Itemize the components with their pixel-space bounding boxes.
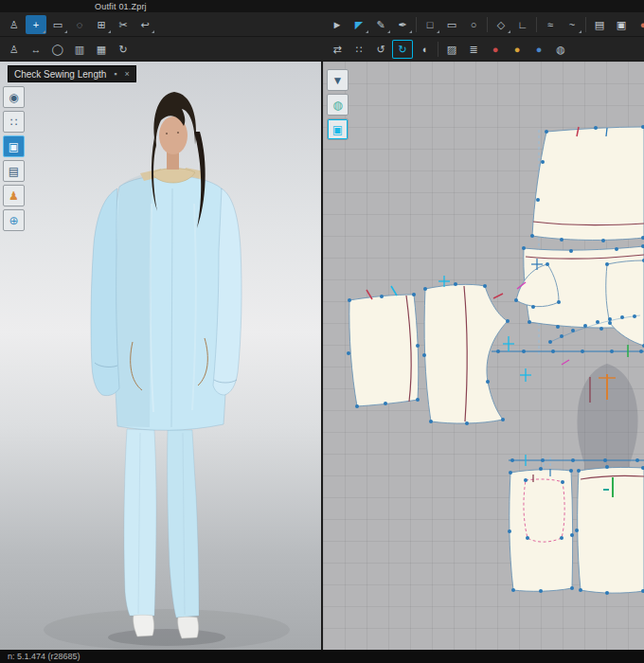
circle-pattern-tool-icon[interactable]: ○ — [463, 15, 484, 34]
environment-icon[interactable]: ⊕ — [3, 209, 25, 231]
ruler-icon[interactable]: ▥ — [69, 40, 90, 59]
pattern-point[interactable] — [615, 247, 618, 251]
pattern-point[interactable] — [603, 458, 607, 462]
pattern-point[interactable] — [594, 126, 598, 130]
tape-measure-icon[interactable]: ↔ — [26, 40, 46, 59]
pattern-point[interactable] — [579, 588, 582, 592]
pattern-point[interactable] — [610, 349, 614, 353]
pattern-point[interactable] — [465, 421, 469, 425]
pattern-point[interactable] — [423, 287, 427, 291]
pattern-point[interactable] — [506, 319, 510, 323]
pattern-point[interactable] — [539, 467, 543, 471]
pattern-point[interactable] — [548, 340, 552, 344]
pattern-point[interactable] — [429, 420, 433, 423]
pattern-point[interactable] — [556, 325, 560, 329]
pattern-point[interactable] — [569, 469, 573, 473]
lasso-select-tool-icon[interactable]: ◌ — [69, 15, 90, 34]
pen-tool-icon[interactable]: ✒ — [392, 15, 413, 34]
edit-pattern-tool-icon[interactable]: ◤ — [349, 15, 369, 34]
pattern-point[interactable] — [384, 402, 387, 405]
show-internal-lines-icon[interactable]: ▤ — [3, 160, 25, 182]
pattern-piece-bodice-left[interactable] — [347, 286, 420, 408]
undo-redo-icon[interactable]: ↩ — [134, 15, 155, 34]
polygon-tool-icon[interactable]: □ — [420, 15, 440, 34]
sync-2d-3d-icon[interactable]: ⇄ — [327, 40, 348, 59]
avatar-pose-tool-icon[interactable]: ♙ — [4, 15, 25, 34]
pattern-point[interactable] — [524, 478, 528, 482]
pattern-point[interactable] — [496, 349, 500, 353]
garment-pants[interactable] — [124, 429, 199, 618]
render-icon[interactable]: ◍ — [550, 40, 571, 59]
pattern-piece-back-top[interactable] — [530, 125, 644, 242]
pattern-point[interactable] — [501, 418, 505, 421]
pattern-point[interactable] — [541, 160, 545, 164]
pattern-point[interactable] — [583, 324, 587, 328]
pattern-point[interactable] — [577, 469, 581, 473]
pattern-point[interactable] — [416, 398, 420, 402]
pattern-piece-bodice-right[interactable] — [422, 276, 510, 425]
avatar-walk-icon[interactable]: ♙ — [4, 40, 25, 59]
steam-iron-icon[interactable]: ◖ — [414, 40, 435, 59]
swatch-blue-icon[interactable]: ● — [528, 40, 549, 59]
pattern-point[interactable] — [416, 344, 420, 348]
sync-on-icon[interactable]: ↻ — [392, 40, 413, 59]
pattern-point[interactable] — [422, 353, 426, 357]
viewport-2d[interactable]: ▼◍▣ — [323, 62, 644, 650]
pattern-point[interactable] — [531, 305, 535, 309]
pattern-point[interactable] — [522, 349, 526, 353]
pattern-point[interactable] — [528, 320, 531, 324]
pattern-point[interactable] — [355, 404, 359, 408]
pattern-piece-skirt-back[interactable] — [575, 465, 644, 595]
pattern-point[interactable] — [380, 295, 384, 298]
refresh-icon[interactable]: ↻ — [113, 40, 134, 59]
pattern-piece-skirt-front[interactable] — [508, 467, 574, 593]
pattern-point[interactable] — [412, 293, 416, 296]
dart-tool-icon[interactable]: ◇ — [491, 15, 511, 34]
pattern-point[interactable] — [560, 238, 564, 242]
pattern-point[interactable] — [486, 380, 490, 384]
pattern-point[interactable] — [569, 249, 573, 253]
free-sewing-tool-icon[interactable]: ~ — [562, 15, 582, 34]
segment-sewing-tool-icon[interactable]: ≈ — [540, 15, 561, 34]
pattern-point[interactable] — [571, 329, 575, 332]
pattern-piece-side[interactable] — [605, 259, 644, 348]
pattern-point[interactable] — [551, 349, 555, 353]
circumference-measure-icon[interactable]: ◯ — [47, 40, 68, 59]
pattern-point[interactable] — [348, 298, 351, 302]
layers-icon[interactable]: ≣ — [463, 40, 484, 59]
cut-sew-tool-icon[interactable]: ✂ — [113, 15, 134, 34]
pattern-point[interactable] — [561, 480, 564, 484]
pattern-point[interactable] — [539, 589, 543, 593]
colorway-icon[interactable]: ● — [633, 15, 644, 34]
pattern-point[interactable] — [639, 349, 643, 353]
pattern-point[interactable] — [570, 586, 574, 590]
show-avatar-skin-icon[interactable]: ♟ — [3, 185, 25, 206]
select-pattern-tool-icon[interactable]: ► — [327, 15, 348, 34]
show-garment-icon[interactable]: ▣ — [3, 135, 25, 157]
show-3d-garment-icon[interactable]: ▼ — [327, 69, 349, 91]
notch-tool-icon[interactable]: ∟ — [512, 15, 533, 34]
pattern-point[interactable] — [483, 284, 487, 288]
box-transform-tool-icon[interactable]: ⊞ — [91, 15, 112, 34]
fabric-library-icon[interactable]: ▤ — [589, 15, 610, 34]
fabric-icon[interactable]: ▨ — [441, 40, 462, 59]
pattern-point[interactable] — [522, 246, 526, 250]
pattern-point[interactable] — [605, 465, 609, 469]
pattern-point[interactable] — [511, 588, 515, 592]
pattern-point[interactable] — [545, 130, 548, 134]
pattern-point[interactable] — [620, 315, 624, 319]
pattern-point[interactable] — [508, 529, 511, 533]
show-arrangement-points-icon[interactable]: ∷ — [3, 111, 25, 133]
pattern-point[interactable] — [536, 198, 540, 202]
pattern-point[interactable] — [510, 458, 514, 462]
pattern-point[interactable] — [596, 320, 599, 324]
pattern-point[interactable] — [608, 317, 612, 321]
show-texture-surface-icon[interactable]: ◍ — [327, 94, 349, 116]
pattern-point[interactable] — [347, 351, 350, 355]
show-pattern-icon[interactable]: ▣ — [327, 118, 349, 140]
pattern-point[interactable] — [575, 529, 579, 532]
pin-icon[interactable]: ▪ — [114, 69, 116, 79]
show-avatar-icon[interactable]: ◉ — [3, 86, 25, 108]
pattern-point[interactable] — [560, 334, 564, 338]
pattern-point[interactable] — [546, 262, 549, 266]
